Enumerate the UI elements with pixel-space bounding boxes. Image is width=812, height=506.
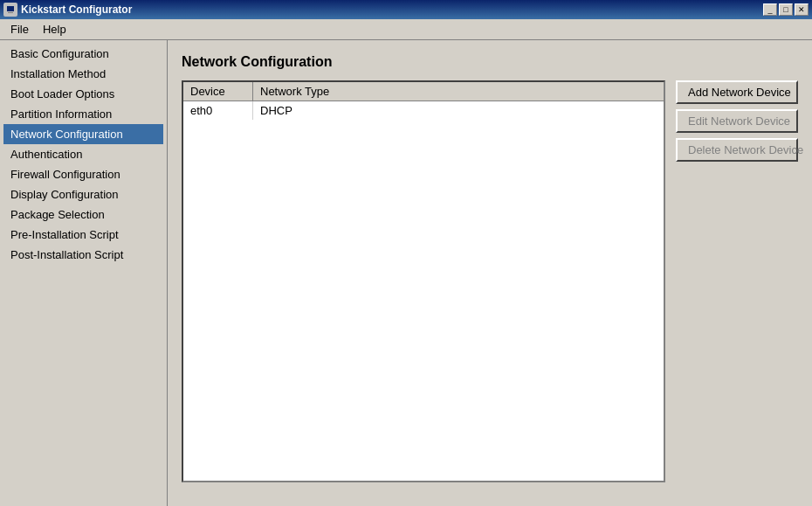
maximize-button[interactable]: □: [779, 3, 793, 16]
add-network-device-button[interactable]: Add Network Device: [676, 80, 798, 104]
sidebar: Basic Configuration Installation Method …: [0, 40, 168, 506]
sidebar-item-partition-information[interactable]: Partition Information: [3, 104, 163, 124]
column-network-type: Network Type: [253, 82, 664, 101]
sidebar-item-pre-installation-script[interactable]: Pre-Installation Script: [3, 225, 163, 245]
sidebar-item-basic-configuration[interactable]: Basic Configuration: [3, 44, 163, 64]
minimize-button[interactable]: _: [763, 3, 777, 16]
menubar: File Help: [0, 19, 812, 40]
cell-network-type: DHCP: [253, 101, 664, 120]
app-icon: [3, 3, 17, 17]
svg-rect-1: [7, 6, 14, 11]
sidebar-item-installation-method[interactable]: Installation Method: [3, 64, 163, 84]
sidebar-item-network-configuration[interactable]: Network Configuration: [3, 124, 163, 144]
table-header: Device Network Type: [183, 82, 664, 101]
sidebar-item-post-installation-script[interactable]: Post-Installation Script: [3, 245, 163, 265]
network-area: Device Network Type eth0 DHCP Add Networ…: [182, 80, 798, 482]
menu-help[interactable]: Help: [36, 21, 73, 38]
menu-file[interactable]: File: [3, 21, 36, 38]
content-area: Network Configuration Device Network Typ…: [168, 40, 812, 506]
sidebar-item-boot-loader-options[interactable]: Boot Loader Options: [3, 84, 163, 104]
close-button[interactable]: ✕: [795, 3, 809, 16]
titlebar-left: Kickstart Configurator: [3, 3, 132, 17]
table-row[interactable]: eth0 DHCP: [183, 101, 664, 120]
window-title: Kickstart Configurator: [21, 3, 132, 16]
sidebar-item-firewall-configuration[interactable]: Firewall Configuration: [3, 164, 163, 184]
delete-network-device-button[interactable]: Delete Network Device: [676, 138, 798, 162]
sidebar-item-package-selection[interactable]: Package Selection: [3, 204, 163, 225]
main-container: Basic Configuration Installation Method …: [0, 40, 812, 506]
titlebar-buttons: _ □ ✕: [763, 3, 809, 16]
sidebar-item-display-configuration[interactable]: Display Configuration: [3, 184, 163, 204]
svg-rect-2: [8, 12, 13, 13]
sidebar-item-authentication[interactable]: Authentication: [3, 144, 163, 164]
page-title: Network Configuration: [182, 54, 798, 70]
network-table: Device Network Type eth0 DHCP: [182, 80, 665, 482]
cell-device: eth0: [183, 101, 253, 120]
titlebar: Kickstart Configurator _ □ ✕: [0, 0, 812, 19]
column-device: Device: [183, 82, 253, 101]
edit-network-device-button[interactable]: Edit Network Device: [676, 109, 798, 133]
buttons-panel: Add Network Device Edit Network Device D…: [676, 80, 798, 482]
